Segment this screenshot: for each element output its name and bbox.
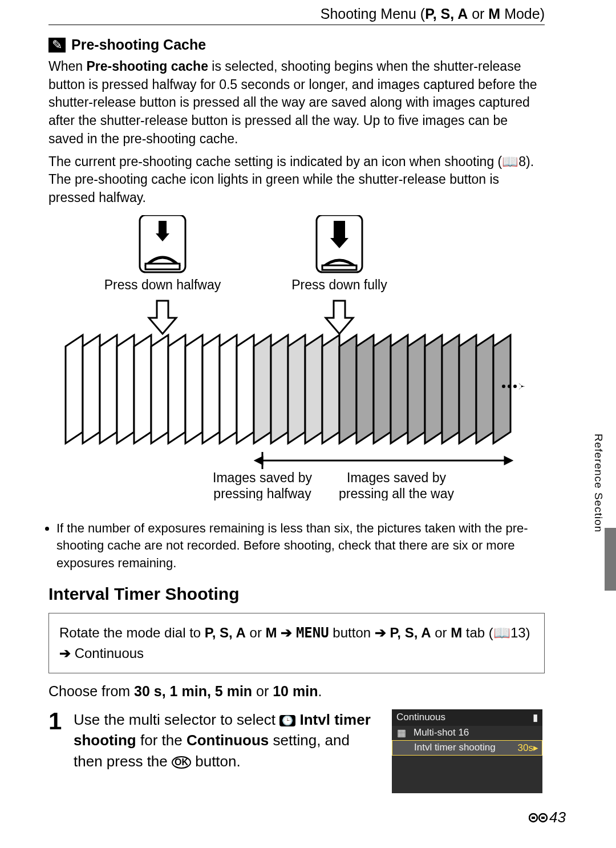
nav-or2: or — [431, 625, 451, 640]
label-saved-full-l2: pressing all the way — [339, 486, 454, 500]
hollow-arrow-right-icon — [326, 301, 353, 334]
nav-ref: 13 — [510, 625, 526, 640]
lcd-title-row: Continuous ▮ — [392, 709, 542, 726]
page-header: Shooting Menu (P, S, A or M Mode) — [48, 6, 545, 25]
svg-marker-14 — [256, 457, 262, 464]
nav-menu: MENU — [296, 625, 329, 641]
press-halfway-icon — [140, 215, 185, 272]
svg-point-10 — [513, 385, 517, 388]
nav-m1: M — [266, 625, 277, 640]
arrow-icon-2: ➔ — [375, 625, 390, 640]
header-prefix: Shooting Menu ( — [321, 6, 425, 22]
svg-rect-18 — [541, 817, 545, 819]
side-tab-bar — [605, 528, 616, 591]
lcd-r1: Multi-shot 16 — [414, 727, 539, 738]
book-icon-2: 📖 — [493, 625, 510, 640]
arrow-icon-3: ➔ — [59, 645, 75, 661]
nav-tab: tab ( — [462, 625, 493, 640]
lcd-row-multishot: ▦ Multi-shot 16 — [392, 726, 542, 740]
nav-modes2: P, S, A — [390, 625, 431, 640]
s1a: Use the multi selector to select — [74, 711, 279, 728]
nav-a: Rotate the mode dial to — [59, 625, 205, 640]
label-saved-half-l1: Images saved by — [213, 470, 312, 485]
preshoot-title: Pre-shooting Cache — [71, 37, 206, 53]
s1d: button. — [191, 753, 241, 770]
svg-marker-13 — [505, 457, 512, 464]
header-suffix: Mode) — [500, 6, 545, 22]
side-tab-label: Reference Section — [592, 434, 605, 532]
press-fully-icon — [317, 215, 362, 272]
preshoot-title-row: ✎ Pre-shooting Cache — [48, 37, 545, 53]
arrow-icon: ➔ — [277, 625, 296, 640]
pencil-icon: ✎ — [48, 38, 66, 53]
svg-point-8 — [502, 385, 505, 388]
page-ref-icon — [529, 811, 548, 825]
preshoot-para1: When Pre-shooting cache is selected, sho… — [48, 58, 545, 148]
svg-rect-3 — [145, 264, 180, 269]
p1a: When — [48, 59, 86, 74]
choose-opts: 30 s, 1 min, 5 min — [134, 683, 252, 699]
page-number-text: 43 — [549, 809, 566, 826]
interval-heading: Interval Timer Shooting — [48, 584, 545, 604]
camera-lcd: Continuous ▮ ▦ Multi-shot 16 Intvl timer… — [392, 709, 542, 793]
nav-cont: Continuous — [75, 645, 144, 661]
nav-path-box: Rotate the mode dial to P, S, A or M ➔ M… — [48, 613, 545, 673]
nav-m2: M — [451, 625, 462, 640]
range-marker — [256, 452, 512, 469]
clock-icon: 🕒 — [279, 715, 295, 726]
multishot-icon: ▦ — [393, 727, 410, 739]
svg-rect-1 — [159, 221, 167, 233]
nav-close: ) — [526, 625, 530, 640]
choose-last: 10 min — [273, 683, 318, 699]
choose-line: Choose from 30 s, 1 min, 5 min or 10 min… — [48, 681, 545, 701]
p2page: 8 — [518, 154, 526, 169]
svg-rect-5 — [334, 221, 345, 238]
frame-stack — [66, 335, 510, 443]
preshoot-note-1: If the number of exposures remaining is … — [56, 520, 545, 572]
choose-or: or — [252, 683, 273, 699]
hollow-arrow-left-icon — [149, 301, 176, 334]
step-text: Use the multi selector to select 🕒 Intvl… — [74, 709, 382, 772]
lcd-r2v: 30s▸ — [518, 742, 538, 754]
lcd-title: Continuous — [396, 712, 445, 723]
s1-cont: Continuous — [187, 732, 269, 749]
header-or: or — [468, 6, 488, 22]
lcd-r2: Intvl timer shooting — [414, 742, 514, 753]
p1b: Pre-shooting cache — [86, 59, 208, 74]
preshoot-notes: If the number of exposures remaining is … — [48, 520, 545, 572]
preshoot-diagram: Press down halfway Press down fully — [48, 215, 528, 500]
nav-modes1: P, S, A — [205, 625, 246, 640]
header-modes: P, S, A — [425, 6, 468, 22]
header-m: M — [488, 6, 500, 22]
s1b: for the — [136, 732, 187, 749]
choose-a: Choose from — [48, 683, 134, 699]
page-number: 43 — [529, 809, 566, 826]
svg-rect-16 — [532, 817, 535, 819]
label-saved-half-l2: pressing halfway — [213, 486, 311, 500]
manual-page: Shooting Menu (P, S, A or M Mode) ✎ Pre-… — [48, 6, 545, 812]
side-tab: Reference Section — [592, 434, 606, 593]
ok-button-icon: OK — [172, 756, 191, 769]
choose-dot: . — [318, 683, 322, 699]
svg-point-9 — [508, 385, 511, 388]
label-halfway: Press down halfway — [104, 277, 221, 292]
nav-btn: button — [329, 625, 375, 640]
book-icon: 📖 — [502, 154, 518, 169]
p2a: The current pre-shooting cache setting i… — [48, 154, 502, 169]
label-saved-full-l1: Images saved by — [347, 470, 446, 485]
lcd-row-interval: Intvl timer shooting 30s▸ — [392, 740, 542, 756]
battery-icon: ▮ — [533, 712, 538, 724]
nav-or1: or — [246, 625, 266, 640]
step-number: 1 — [48, 709, 66, 733]
preshoot-para2: The current pre-shooting cache setting i… — [48, 153, 545, 207]
svg-rect-7 — [322, 265, 356, 270]
label-fully: Press down fully — [291, 277, 387, 292]
